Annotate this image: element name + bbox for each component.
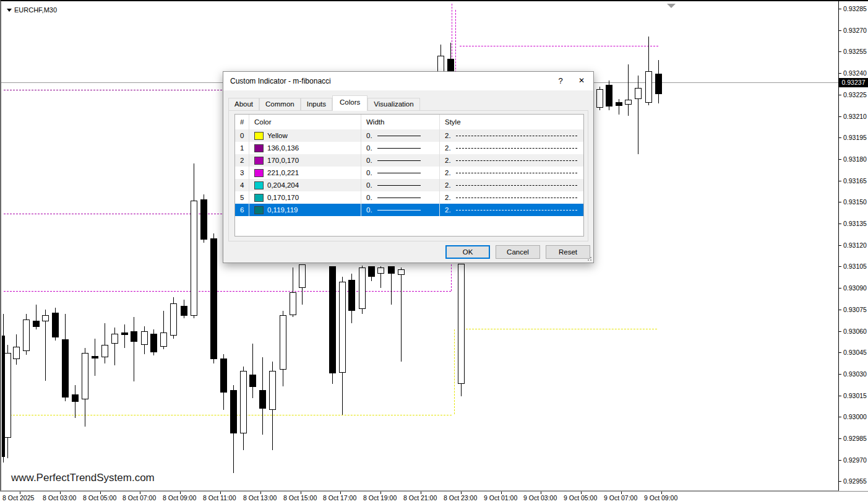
- tab-colors[interactable]: Colors: [332, 95, 367, 111]
- tab-common[interactable]: Common: [259, 98, 301, 111]
- color-row-3[interactable]: 3221,0,2210.2.: [235, 167, 583, 179]
- width-line-sample: [377, 185, 421, 186]
- time-label: 8 Oct 2025: [2, 494, 34, 502]
- custom-indicator-dialog: Custom Indicator - m-fibonacci ? ✕ About…: [223, 71, 594, 263]
- price-label: 0.93255: [843, 48, 867, 55]
- style-cell: 2.: [440, 179, 583, 191]
- width-line-sample: [377, 148, 421, 149]
- color-row-6[interactable]: 60,119,1190.2.: [235, 204, 583, 216]
- colors-table-header: # Color Width Style: [235, 115, 583, 129]
- time-label: 8 Oct 09:00: [163, 494, 196, 502]
- color-swatch[interactable]: [254, 157, 264, 165]
- cancel-button[interactable]: Cancel: [496, 245, 540, 259]
- price-label: 0.93045: [843, 349, 867, 356]
- price-tick: [839, 159, 841, 160]
- price-label: 0.93105: [843, 263, 867, 270]
- row-index: 1: [235, 142, 249, 154]
- price-axis[interactable]: 0.932850.932700.932550.932400.932250.932…: [839, 0, 868, 491]
- price-label: 0.93060: [843, 328, 867, 335]
- color-row-4[interactable]: 40,204,2040.2.: [235, 179, 583, 191]
- color-row-0[interactable]: 0Yellow0.2.: [235, 129, 583, 142]
- color-swatch[interactable]: [254, 194, 264, 202]
- watermark-text: www.PerfectTrendSystem.com: [11, 472, 155, 484]
- fib-level-line: [455, 10, 456, 72]
- dialog-titlebar[interactable]: Custom Indicator - m-fibonacci: [223, 72, 593, 90]
- price-label: 0.93030: [843, 370, 867, 378]
- style-line-sample: [456, 148, 577, 149]
- price-tick: [839, 288, 841, 289]
- time-label: 9 Oct 07:00: [604, 494, 637, 502]
- price-label: 0.93015: [843, 392, 867, 399]
- row-index: 2: [235, 154, 249, 167]
- style-value: 2.: [445, 191, 451, 204]
- color-swatch[interactable]: [254, 169, 264, 177]
- price-label: 0.93195: [843, 134, 867, 141]
- color-cell: 170,0,170: [249, 154, 361, 167]
- price-tick: [839, 51, 841, 52]
- style-line-sample: [456, 160, 577, 161]
- ok-button[interactable]: OK: [445, 245, 490, 259]
- color-swatch[interactable]: [254, 181, 264, 189]
- style-value: 2.: [445, 179, 451, 191]
- color-cell: Yellow: [249, 129, 361, 142]
- color-cell: 0,170,170: [249, 191, 361, 204]
- row-index: 5: [235, 191, 249, 204]
- price-tick: [839, 331, 841, 332]
- color-row-5[interactable]: 50,170,1700.2.: [235, 191, 583, 204]
- price-label: 0.92955: [843, 477, 867, 485]
- style-line-sample: [456, 136, 577, 136]
- style-line-sample: [456, 198, 577, 198]
- time-label: 8 Oct 17:00: [323, 494, 356, 502]
- color-name: 136,0,136: [267, 142, 299, 154]
- color-swatch[interactable]: [254, 206, 264, 214]
- dialog-tabs: AboutCommonInputsColorsVisualization: [228, 98, 420, 111]
- help-button[interactable]: ?: [550, 72, 571, 90]
- header-width: Width: [361, 115, 440, 129]
- price-label: 0.93240: [843, 69, 867, 77]
- time-label: 8 Oct 15:00: [283, 494, 317, 502]
- chart-object-arrow-icon[interactable]: [667, 4, 676, 8]
- fib-level-line: [4, 291, 451, 292]
- row-index: 6: [235, 204, 249, 216]
- current-price-marker: 0.93237: [839, 78, 868, 87]
- color-cell: 221,0,221: [249, 167, 361, 179]
- width-value: 0.: [366, 129, 372, 142]
- time-label: 8 Oct 05:00: [83, 494, 116, 502]
- color-name: 0,204,204: [267, 179, 299, 191]
- chevron-down-icon: [7, 9, 12, 12]
- style-value: 2.: [445, 204, 451, 216]
- color-cell: 0,119,119: [249, 204, 361, 216]
- price-tick: [839, 245, 841, 246]
- tab-about[interactable]: About: [228, 98, 259, 111]
- header-color: Color: [249, 115, 361, 129]
- color-swatch[interactable]: [254, 144, 264, 152]
- resize-grip[interactable]: [587, 256, 591, 261]
- color-row-1[interactable]: 1136,0,1360.2.: [235, 142, 583, 154]
- fib-level-line: [454, 329, 455, 414]
- color-swatch[interactable]: [254, 132, 264, 140]
- colors-table: # Color Width Style 0Yellow0.2.1136,0,13…: [234, 114, 584, 237]
- width-cell: 0.: [361, 142, 440, 154]
- price-label: 0.92985: [843, 435, 867, 442]
- width-value: 0.: [366, 142, 372, 154]
- tab-inputs[interactable]: Inputs: [301, 98, 332, 111]
- fib-level-line: [4, 415, 452, 415]
- time-label: 8 Oct 11:00: [203, 494, 236, 502]
- price-label: 0.93135: [843, 220, 867, 227]
- reset-button[interactable]: Reset: [546, 245, 590, 259]
- price-label: 0.93000: [843, 413, 867, 420]
- close-icon[interactable]: ✕: [571, 72, 592, 90]
- color-row-2[interactable]: 2170,0,1700.2.: [235, 154, 583, 167]
- price-tick: [839, 266, 841, 267]
- time-label: 9 Oct 03:00: [523, 494, 557, 502]
- dialog-title: Custom Indicator - m-fibonacci: [230, 77, 331, 85]
- tab-visualization[interactable]: Visualization: [367, 98, 419, 111]
- style-line-sample: [456, 210, 577, 211]
- price-label: 0.93165: [843, 177, 867, 185]
- style-value: 2.: [445, 129, 451, 142]
- symbol-period-label[interactable]: EURCHF,M30: [7, 6, 57, 14]
- time-axis[interactable]: 8 Oct 20258 Oct 03:008 Oct 05:008 Oct 07…: [0, 491, 868, 504]
- style-cell: 2.: [440, 154, 583, 167]
- price-tick: [839, 374, 841, 375]
- width-line-sample: [377, 160, 421, 161]
